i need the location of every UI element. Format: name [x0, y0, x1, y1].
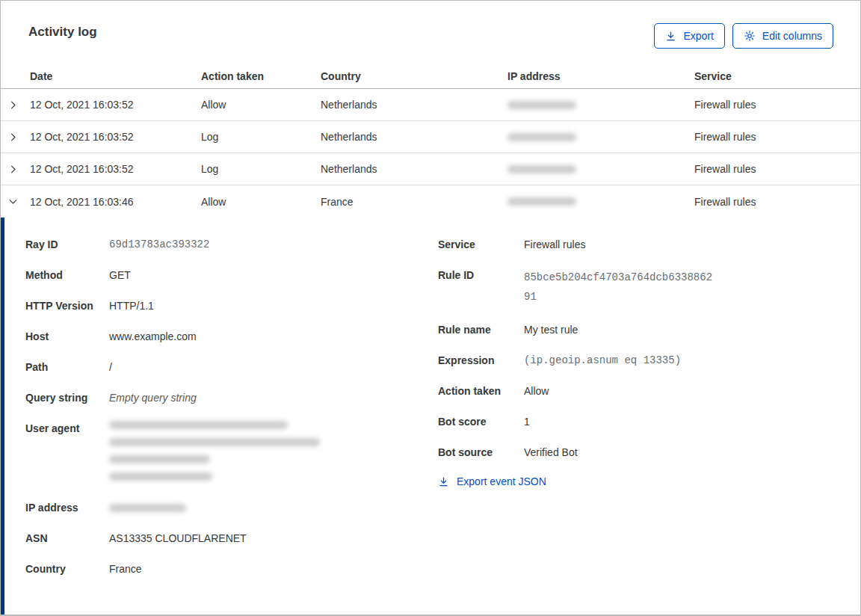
- detail-field-query-string: Query string Empty query string: [25, 390, 438, 405]
- cell-service: Firewall rules: [694, 131, 860, 143]
- asn-value: AS13335 CLOUDFLARENET: [109, 531, 247, 546]
- redacted-ip-blur: [109, 504, 186, 512]
- bot-source-value: Verified Bot: [524, 445, 578, 460]
- detail-field-method: Method GET: [25, 268, 438, 283]
- bot-score-value: 1: [524, 414, 530, 429]
- query-string-value: Empty query string: [109, 390, 197, 405]
- table-row[interactable]: 12 Oct, 2021 16:03:52 Allow Netherlands …: [1, 89, 860, 121]
- chevron-right-icon: [7, 164, 19, 175]
- download-icon: [665, 31, 676, 42]
- expand-row-button[interactable]: [1, 132, 30, 143]
- expression-value: (ip.geoip.asnum eq 13335): [524, 353, 681, 368]
- country-value: France: [109, 561, 142, 576]
- cell-ip-redacted: [507, 165, 694, 173]
- detail-right-column: Service Firewall rules Rule ID 85bce5b20…: [438, 237, 860, 615]
- cell-service: Firewall rules: [694, 196, 860, 208]
- page-title: Activity log: [28, 23, 97, 41]
- detail-field-ray-id: Ray ID 69d13783ac393322: [25, 237, 438, 252]
- col-header-country: Country: [321, 70, 507, 82]
- cell-service: Firewall rules: [694, 163, 860, 175]
- export-event-json-label: Export event JSON: [457, 475, 546, 487]
- method-value: GET: [109, 268, 131, 283]
- redacted-ip-blur: [507, 165, 576, 173]
- expand-row-button[interactable]: [1, 99, 30, 111]
- detail-left-column: Ray ID 69d13783ac393322 Method GET HTTP …: [25, 237, 438, 615]
- chevron-down-icon: [7, 196, 19, 207]
- cell-date: 12 Oct, 2021 16:03:52: [30, 99, 201, 111]
- detail-field-path: Path /: [25, 360, 438, 375]
- detail-field-service: Service Firewall rules: [438, 237, 860, 252]
- export-button-label: Export: [683, 30, 713, 42]
- detail-field-ip-address: IP address: [25, 500, 438, 515]
- col-header-service: Service: [694, 70, 860, 82]
- redacted-ip-blur: [507, 197, 576, 206]
- col-header-date: Date: [30, 70, 201, 82]
- collapse-row-button[interactable]: [1, 196, 30, 207]
- cell-date: 12 Oct, 2021 16:03:52: [30, 163, 201, 175]
- export-button[interactable]: Export: [654, 23, 724, 49]
- detail-field-rule-id: Rule ID 85bce5b204cf4703a764dcb633886291: [438, 268, 860, 307]
- redacted-user-agent-blur: [109, 421, 320, 481]
- table-header-row: Date Action taken Country IP address Ser…: [1, 49, 860, 89]
- table-row[interactable]: 12 Oct, 2021 16:03:52 Log Netherlands Fi…: [1, 153, 860, 185]
- cell-country: France: [321, 196, 507, 208]
- ray-id-value: 69d13783ac393322: [109, 237, 209, 252]
- detail-field-host: Host www.example.com: [25, 329, 438, 344]
- cell-country: Netherlands: [321, 163, 507, 175]
- cell-action: Log: [201, 131, 321, 143]
- download-icon: [438, 476, 449, 487]
- detail-field-bot-source: Bot source Verified Bot: [438, 445, 860, 460]
- rule-id-value: 85bce5b204cf4703a764dcb633886291: [524, 268, 714, 307]
- detail-field-action-taken: Action taken Allow: [438, 384, 860, 398]
- edit-columns-button-label: Edit columns: [762, 30, 822, 42]
- host-value: www.example.com: [109, 329, 197, 344]
- cell-action: Allow: [201, 196, 321, 208]
- cell-country: Netherlands: [321, 131, 507, 143]
- event-detail-panel: Ray ID 69d13783ac393322 Method GET HTTP …: [1, 218, 860, 615]
- redacted-ip-blur: [507, 133, 576, 141]
- col-header-action: Action taken: [201, 70, 321, 82]
- table-row[interactable]: 12 Oct, 2021 16:03:52 Log Netherlands Fi…: [1, 121, 860, 153]
- cell-ip-redacted: [507, 133, 694, 141]
- cell-action: Log: [201, 163, 321, 175]
- chevron-right-icon: [7, 132, 19, 143]
- export-event-json-link[interactable]: Export event JSON: [438, 475, 546, 487]
- table-row-expanded[interactable]: 12 Oct, 2021 16:03:46 Allow France Firew…: [1, 185, 860, 218]
- expand-row-button[interactable]: [1, 164, 30, 175]
- service-value: Firewall rules: [524, 237, 585, 252]
- gear-icon: [744, 30, 756, 42]
- cell-date: 12 Oct, 2021 16:03:52: [30, 131, 201, 143]
- detail-field-user-agent: User agent: [25, 421, 438, 481]
- cell-ip-redacted: [507, 101, 694, 109]
- cell-service: Firewall rules: [694, 99, 860, 111]
- edit-columns-button[interactable]: Edit columns: [732, 23, 833, 49]
- path-value: /: [109, 360, 112, 375]
- cell-action: Allow: [201, 99, 321, 111]
- detail-field-asn: ASN AS13335 CLOUDFLARENET: [25, 531, 438, 546]
- cell-date: 12 Oct, 2021 16:03:46: [30, 196, 201, 208]
- rule-name-value: My test rule: [524, 322, 578, 337]
- detail-field-expression: Expression (ip.geoip.asnum eq 13335): [438, 353, 860, 368]
- action-taken-value: Allow: [524, 384, 549, 398]
- redacted-ip-blur: [507, 101, 576, 109]
- detail-field-rule-name: Rule name My test rule: [438, 322, 860, 337]
- detail-field-country: Country France: [25, 561, 438, 576]
- toolbar: Export Edit columns: [654, 23, 833, 49]
- chevron-right-icon: [7, 99, 19, 111]
- topbar: Activity log Export Edit columns: [1, 1, 860, 49]
- detail-field-http-version: HTTP Version HTTP/1.1: [25, 298, 438, 313]
- detail-field-bot-score: Bot score 1: [438, 414, 860, 429]
- col-header-ip: IP address: [507, 70, 694, 82]
- http-version-value: HTTP/1.1: [109, 298, 154, 313]
- activity-log-panel: Activity log Export Edit columns: [0, 0, 861, 616]
- cell-ip-redacted: [507, 197, 694, 206]
- cell-country: Netherlands: [321, 99, 507, 111]
